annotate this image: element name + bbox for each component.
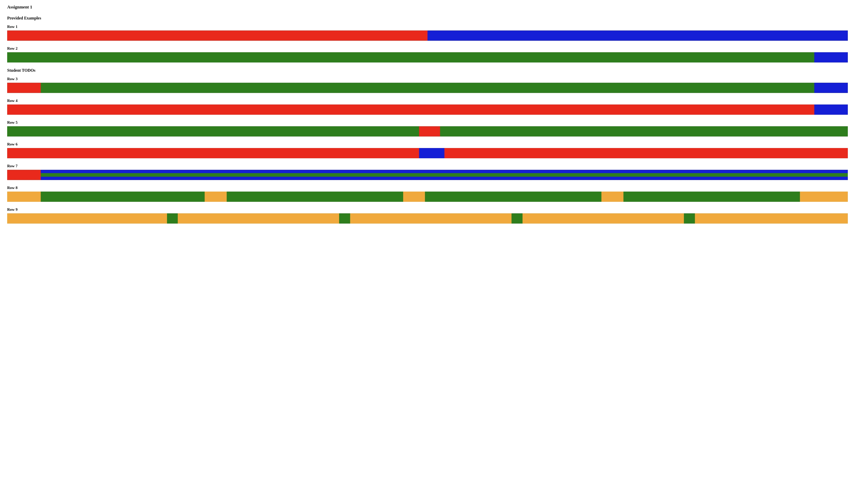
- stripe-line: [41, 173, 848, 177]
- bar-segment: [7, 105, 814, 115]
- bar-segment: [623, 192, 800, 202]
- row-1: Row 1: [7, 24, 848, 41]
- row-5: Row 5: [7, 120, 848, 137]
- bar-segment: [403, 192, 425, 202]
- row-6: Row 6: [7, 142, 848, 158]
- bar-segment: [427, 31, 848, 41]
- bar-segment: [178, 213, 339, 223]
- bar-segment: [444, 148, 848, 158]
- row-7: Row 7: [7, 164, 848, 180]
- bar-segment: [7, 170, 41, 180]
- section-todos-heading: Student TODOs: [7, 68, 848, 73]
- row-label: Row 9: [7, 208, 848, 212]
- row-bar: [7, 126, 848, 137]
- row-bar: [7, 83, 848, 93]
- bar-segment: [204, 192, 227, 202]
- row-bar: [7, 31, 848, 41]
- row-bar: [7, 148, 848, 158]
- bar-segment: [601, 192, 623, 202]
- bar-segment: [227, 192, 403, 202]
- row-bar: [7, 192, 848, 202]
- row-4: Row 4: [7, 98, 848, 115]
- row-2: Row 2: [7, 46, 848, 62]
- row-label: Row 7: [7, 164, 848, 168]
- section-provided-heading: Provided Examples: [7, 16, 848, 20]
- row-label: Row 6: [7, 142, 848, 146]
- bar-segment: [425, 192, 601, 202]
- row-label: Row 1: [7, 24, 848, 29]
- bar-segment: [800, 192, 848, 202]
- bar-segment: [7, 52, 814, 62]
- row-8: Row 8: [7, 186, 848, 202]
- page-title: Assignment 1: [7, 5, 848, 10]
- bar-segment: [350, 213, 512, 223]
- row-label: Row 8: [7, 186, 848, 190]
- bar-segment: [419, 126, 440, 137]
- row-label: Row 2: [7, 46, 848, 51]
- bar-segment: [684, 213, 695, 223]
- bar-segment: [814, 83, 848, 93]
- striped-segment: [41, 170, 848, 180]
- row-label: Row 4: [7, 98, 848, 103]
- stripe-line: [41, 177, 848, 180]
- bar-segment: [814, 105, 848, 115]
- bar-segment: [695, 213, 848, 223]
- bar-segment: [7, 148, 419, 158]
- bar-segment: [167, 213, 178, 223]
- row-label: Row 5: [7, 120, 848, 125]
- bar-segment: [7, 192, 41, 202]
- bar-segment: [814, 52, 848, 62]
- row-bar: [7, 213, 848, 223]
- row-3: Row 3: [7, 77, 848, 93]
- bar-segment: [7, 213, 167, 223]
- row-bar: [7, 105, 848, 115]
- row-bar: [7, 52, 848, 62]
- bar-segment: [339, 213, 350, 223]
- bar-segment: [440, 126, 848, 137]
- bar-segment: [522, 213, 684, 223]
- bar-segment: [419, 148, 444, 158]
- stripe-line: [41, 170, 848, 173]
- bar-segment: [41, 192, 204, 202]
- bar-segment: [7, 31, 427, 41]
- bar-segment: [7, 126, 419, 137]
- bar-segment: [41, 83, 814, 93]
- bar-segment: [7, 83, 41, 93]
- row-9: Row 9: [7, 208, 848, 223]
- row-label: Row 3: [7, 77, 848, 81]
- bar-segment: [512, 213, 522, 223]
- row-bar-striped: [7, 170, 848, 180]
